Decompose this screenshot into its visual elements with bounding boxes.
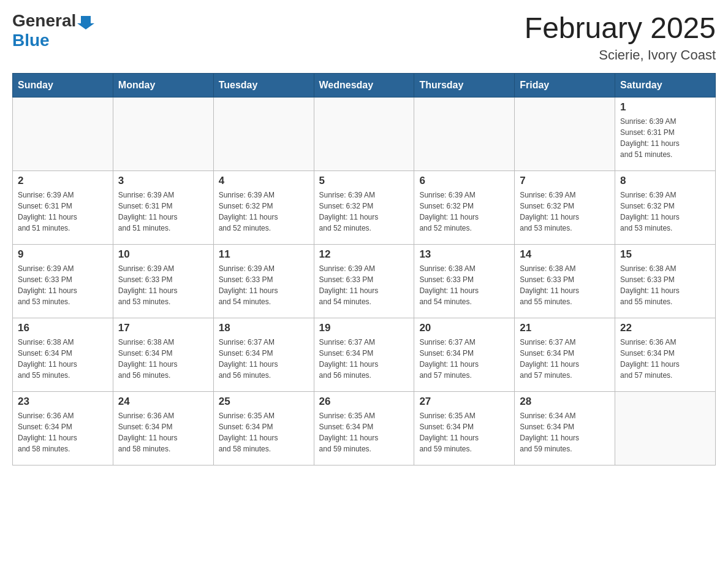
table-row: 18Sunrise: 6:37 AM Sunset: 6:34 PM Dayli… xyxy=(213,318,314,391)
table-row: 10Sunrise: 6:39 AM Sunset: 6:33 PM Dayli… xyxy=(113,244,213,318)
table-row: 14Sunrise: 6:38 AM Sunset: 6:33 PM Dayli… xyxy=(515,244,615,318)
day-number: 9 xyxy=(18,248,108,261)
table-row: 7Sunrise: 6:39 AM Sunset: 6:32 PM Daylig… xyxy=(515,170,615,244)
day-info: Sunrise: 6:36 AM Sunset: 6:34 PM Dayligh… xyxy=(18,410,108,454)
day-info: Sunrise: 6:37 AM Sunset: 6:34 PM Dayligh… xyxy=(520,337,610,381)
table-row: 27Sunrise: 6:35 AM Sunset: 6:34 PM Dayli… xyxy=(414,391,515,465)
day-number: 12 xyxy=(319,248,409,261)
table-row xyxy=(113,97,213,170)
day-number: 5 xyxy=(319,175,409,187)
day-info: Sunrise: 6:37 AM Sunset: 6:34 PM Dayligh… xyxy=(219,337,309,381)
table-row: 23Sunrise: 6:36 AM Sunset: 6:34 PM Dayli… xyxy=(13,391,113,465)
day-number: 22 xyxy=(620,322,710,334)
day-number: 14 xyxy=(520,248,610,261)
day-number: 27 xyxy=(419,396,509,408)
day-info: Sunrise: 6:38 AM Sunset: 6:34 PM Dayligh… xyxy=(18,337,108,381)
table-row: 2Sunrise: 6:39 AM Sunset: 6:31 PM Daylig… xyxy=(13,170,113,244)
table-row: 20Sunrise: 6:37 AM Sunset: 6:34 PM Dayli… xyxy=(414,318,515,391)
day-number: 26 xyxy=(319,396,409,408)
table-row: 9Sunrise: 6:39 AM Sunset: 6:33 PM Daylig… xyxy=(13,244,113,318)
calendar-week-row: 23Sunrise: 6:36 AM Sunset: 6:34 PM Dayli… xyxy=(13,391,716,465)
day-number: 7 xyxy=(520,175,610,187)
table-row: 8Sunrise: 6:39 AM Sunset: 6:32 PM Daylig… xyxy=(615,170,716,244)
table-row: 6Sunrise: 6:39 AM Sunset: 6:32 PM Daylig… xyxy=(414,170,515,244)
table-row: 26Sunrise: 6:35 AM Sunset: 6:34 PM Dayli… xyxy=(314,391,414,465)
table-row: 25Sunrise: 6:35 AM Sunset: 6:34 PM Dayli… xyxy=(213,391,314,465)
day-number: 11 xyxy=(219,248,309,261)
svg-marker-0 xyxy=(77,16,94,29)
day-number: 6 xyxy=(419,175,509,187)
day-info: Sunrise: 6:37 AM Sunset: 6:34 PM Dayligh… xyxy=(419,337,509,381)
header-saturday: Saturday xyxy=(615,73,716,97)
logo-arrow-icon xyxy=(77,12,94,29)
day-number: 3 xyxy=(118,175,208,187)
table-row: 11Sunrise: 6:39 AM Sunset: 6:33 PM Dayli… xyxy=(213,244,314,318)
table-row xyxy=(213,97,314,170)
day-number: 2 xyxy=(18,175,108,187)
day-info: Sunrise: 6:39 AM Sunset: 6:32 PM Dayligh… xyxy=(319,190,409,234)
day-info: Sunrise: 6:39 AM Sunset: 6:31 PM Dayligh… xyxy=(118,190,208,234)
table-row xyxy=(414,97,515,170)
day-number: 16 xyxy=(18,322,108,334)
table-row: 4Sunrise: 6:39 AM Sunset: 6:32 PM Daylig… xyxy=(213,170,314,244)
day-number: 1 xyxy=(620,101,710,113)
table-row: 5Sunrise: 6:39 AM Sunset: 6:32 PM Daylig… xyxy=(314,170,414,244)
table-row: 21Sunrise: 6:37 AM Sunset: 6:34 PM Dayli… xyxy=(515,318,615,391)
header-thursday: Thursday xyxy=(414,73,515,97)
day-number: 25 xyxy=(219,396,309,408)
table-row: 24Sunrise: 6:36 AM Sunset: 6:34 PM Dayli… xyxy=(113,391,213,465)
day-info: Sunrise: 6:34 AM Sunset: 6:34 PM Dayligh… xyxy=(520,410,610,454)
calendar-title: February 2025 xyxy=(525,12,716,45)
day-number: 19 xyxy=(319,322,409,334)
day-info: Sunrise: 6:36 AM Sunset: 6:34 PM Dayligh… xyxy=(620,337,710,381)
table-row: 19Sunrise: 6:37 AM Sunset: 6:34 PM Dayli… xyxy=(314,318,414,391)
table-row xyxy=(515,97,615,170)
day-info: Sunrise: 6:38 AM Sunset: 6:33 PM Dayligh… xyxy=(620,263,710,307)
day-number: 24 xyxy=(118,396,208,408)
calendar-subtitle: Scierie, Ivory Coast xyxy=(525,47,716,63)
header-monday: Monday xyxy=(113,73,213,97)
table-row: 12Sunrise: 6:39 AM Sunset: 6:33 PM Dayli… xyxy=(314,244,414,318)
day-info: Sunrise: 6:38 AM Sunset: 6:34 PM Dayligh… xyxy=(118,337,208,381)
day-info: Sunrise: 6:39 AM Sunset: 6:33 PM Dayligh… xyxy=(118,263,208,307)
day-number: 15 xyxy=(620,248,710,261)
day-number: 20 xyxy=(419,322,509,334)
day-info: Sunrise: 6:39 AM Sunset: 6:31 PM Dayligh… xyxy=(18,190,108,234)
calendar-table: Sunday Monday Tuesday Wednesday Thursday… xyxy=(12,73,716,465)
day-info: Sunrise: 6:39 AM Sunset: 6:32 PM Dayligh… xyxy=(419,190,509,234)
calendar-week-row: 1Sunrise: 6:39 AM Sunset: 6:31 PM Daylig… xyxy=(13,97,716,170)
table-row xyxy=(615,391,716,465)
table-row: 3Sunrise: 6:39 AM Sunset: 6:31 PM Daylig… xyxy=(113,170,213,244)
day-info: Sunrise: 6:35 AM Sunset: 6:34 PM Dayligh… xyxy=(319,410,409,454)
day-number: 10 xyxy=(118,248,208,261)
day-number: 28 xyxy=(520,396,610,408)
day-number: 21 xyxy=(520,322,610,334)
header-sunday: Sunday xyxy=(13,73,113,97)
table-row xyxy=(314,97,414,170)
table-row: 16Sunrise: 6:38 AM Sunset: 6:34 PM Dayli… xyxy=(13,318,113,391)
day-number: 13 xyxy=(419,248,509,261)
calendar-week-row: 16Sunrise: 6:38 AM Sunset: 6:34 PM Dayli… xyxy=(13,318,716,391)
header-tuesday: Tuesday xyxy=(213,73,314,97)
table-row: 22Sunrise: 6:36 AM Sunset: 6:34 PM Dayli… xyxy=(615,318,716,391)
logo-blue-text: Blue xyxy=(12,31,50,50)
day-info: Sunrise: 6:38 AM Sunset: 6:33 PM Dayligh… xyxy=(419,263,509,307)
day-number: 23 xyxy=(18,396,108,408)
day-header-row: Sunday Monday Tuesday Wednesday Thursday… xyxy=(13,73,716,97)
table-row: 15Sunrise: 6:38 AM Sunset: 6:33 PM Dayli… xyxy=(615,244,716,318)
table-row xyxy=(13,97,113,170)
day-info: Sunrise: 6:38 AM Sunset: 6:33 PM Dayligh… xyxy=(520,263,610,307)
day-info: Sunrise: 6:39 AM Sunset: 6:31 PM Dayligh… xyxy=(620,116,710,160)
table-row: 1Sunrise: 6:39 AM Sunset: 6:31 PM Daylig… xyxy=(615,97,716,170)
logo: General Blue xyxy=(12,12,94,50)
day-info: Sunrise: 6:39 AM Sunset: 6:32 PM Dayligh… xyxy=(620,190,710,234)
title-area: February 2025 Scierie, Ivory Coast xyxy=(525,12,716,63)
day-info: Sunrise: 6:37 AM Sunset: 6:34 PM Dayligh… xyxy=(319,337,409,381)
day-info: Sunrise: 6:35 AM Sunset: 6:34 PM Dayligh… xyxy=(419,410,509,454)
day-number: 17 xyxy=(118,322,208,334)
header-friday: Friday xyxy=(515,73,615,97)
table-row: 17Sunrise: 6:38 AM Sunset: 6:34 PM Dayli… xyxy=(113,318,213,391)
day-number: 4 xyxy=(219,175,309,187)
calendar-week-row: 2Sunrise: 6:39 AM Sunset: 6:31 PM Daylig… xyxy=(13,170,716,244)
logo-general-text: General xyxy=(12,12,76,29)
